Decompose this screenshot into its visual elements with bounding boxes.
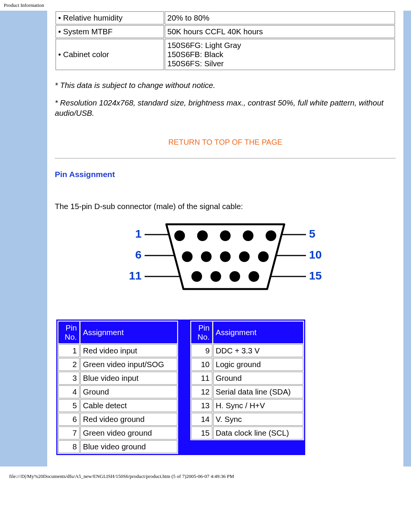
pin-num: 6 [58,413,80,426]
pin-num: 9 [191,344,212,357]
svg-point-20 [249,271,259,282]
spec-value: 50K hours CCFL 40K hours [165,25,395,38]
th-assign: Assignment [213,321,303,343]
pin-assign: Cable detect [80,399,177,412]
th-assign: Assignment [80,321,177,343]
page-header: Product Information [0,0,411,11]
pin-assign: DDC + 3.3 V [213,344,303,357]
pin-assign: Red video ground [80,413,177,426]
svg-point-10 [243,230,253,241]
pin-label: 1 [135,227,142,240]
pin-assign: Logic ground [213,358,303,371]
th-pin: Pin No. [191,321,212,343]
th-pin: Pin No. [58,321,80,343]
notes: * This data is subject to change without… [55,80,396,118]
return-to-top-wrap: RETURN TO TOP OF THE PAGE [55,137,396,147]
pin-label: 10 [309,248,322,261]
svg-point-17 [191,271,202,282]
connector-desc: The 15-pin D-sub connector (male) of the… [55,202,396,211]
spec-value: 150S6FG: Light Gray 150S6FB: Black 150S6… [165,39,395,70]
pin-label: 5 [309,227,315,240]
svg-point-9 [220,230,231,241]
pin-num: 2 [58,358,80,371]
note-line: * This data is subject to change without… [55,80,396,91]
svg-point-14 [220,251,231,262]
note-line: * Resolution 1024x768, standard size, br… [55,97,396,118]
svg-point-19 [229,271,240,282]
table-row: • System MTBF 50K hours CCFL 40K hours [56,25,395,38]
spec-value: 20% to 80% [165,11,395,24]
spec-label: • Relative humidity [56,11,164,24]
svg-point-7 [174,230,185,241]
content-area: • Relative humidity 20% to 80% • System … [47,11,403,466]
section-title: Pin Assignment [55,170,396,179]
pin-assign: H. Sync / H+V [213,399,303,412]
pin-table-right: Pin No. Assignment 9DDC + 3.3 V 10Logic … [190,321,304,440]
spec-label: • System MTBF [56,25,164,38]
pin-assign: Ground [80,385,177,398]
pin-num: 4 [58,385,80,398]
table-row: • Cabinet color 150S6FG: Light Gray 150S… [56,39,395,70]
svg-point-16 [258,251,269,262]
svg-point-8 [197,230,208,241]
pin-assign: Ground [213,372,303,385]
pin-assign: Green video input/SOG [80,358,177,371]
pin-num: 14 [191,413,212,426]
pin-label: 15 [309,269,322,282]
pin-assign: Data clock line (SCL) [213,427,303,439]
outer-frame: • Relative humidity 20% to 80% • System … [0,11,411,466]
svg-point-13 [201,251,212,262]
return-to-top-link[interactable]: RETURN TO TOP OF THE PAGE [168,138,282,146]
pin-num: 8 [58,440,80,453]
pin-assign: V. Sync [213,413,303,426]
table-row: • Relative humidity 20% to 80% [56,11,395,24]
pin-table-left: Pin No. Assignment 1Red video input 2Gre… [57,321,178,454]
pin-num: 12 [191,385,212,398]
pin-num: 3 [58,372,80,385]
pin-num: 15 [191,427,212,439]
table-spacer [179,321,189,454]
pin-label: 11 [129,269,142,282]
svg-point-12 [182,251,193,262]
divider [55,158,396,158]
pin-num: 11 [191,372,212,385]
pin-label: 6 [135,248,142,261]
pin-num: 10 [191,358,212,371]
pin-num: 7 [58,427,80,439]
pin-assign: Serial data line (SDA) [213,385,303,398]
spec-label: • Cabinet color [56,39,164,70]
pin-assign: Blue video input [80,372,177,385]
pin-num: 5 [58,399,80,412]
pin-assign: Green video ground [80,427,177,439]
footer-path: file:///D|/My%20Documents/dfu/A5_new/ENG… [0,466,411,483]
spec-table: • Relative humidity 20% to 80% • System … [55,11,396,71]
pin-num: 1 [58,344,80,357]
connector-diagram: 1 6 11 5 10 15 [55,219,396,297]
pin-table-outer: Pin No. Assignment 1Red video input 2Gre… [56,320,305,455]
svg-point-18 [210,271,221,282]
svg-point-15 [239,251,250,262]
svg-point-11 [266,230,276,241]
pin-assign: Blue video ground [80,440,177,453]
pin-num: 13 [191,399,212,412]
pin-assign: Red video input [80,344,177,357]
